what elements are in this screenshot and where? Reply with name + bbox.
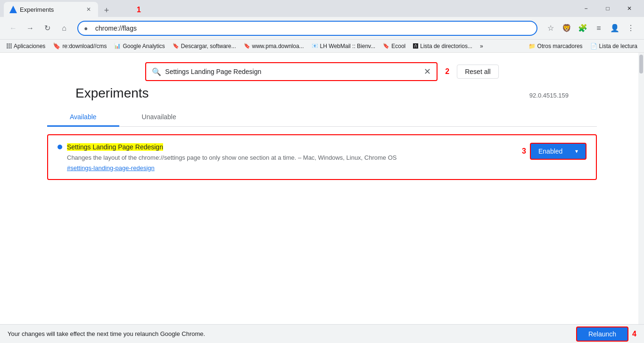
- bookmark-descargar[interactable]: 🔖 Descargar, software...: [170, 42, 239, 50]
- enabled-label: Enabled: [538, 147, 562, 155]
- annotation-2: 2: [445, 67, 449, 76]
- page-title-row: Experiments 92.0.4515.159: [0, 86, 644, 101]
- relaunch-button[interactable]: Relaunch: [576, 327, 628, 342]
- search-input[interactable]: [165, 68, 424, 75]
- bookmark-directorios[interactable]: 🅰 Lista de directorios...: [410, 42, 475, 50]
- enabled-dropdown-button[interactable]: Enabled ▾: [530, 143, 586, 160]
- bookmark-lectura[interactable]: 📄 Lista de lectura: [587, 42, 640, 50]
- new-tab-button[interactable]: +: [100, 4, 113, 17]
- tab-unavailable[interactable]: Unavailable: [119, 108, 199, 127]
- bookmark-pma[interactable]: 🔖 www.pma.downloa...: [241, 42, 307, 50]
- search-area: 🔍 ✕ 2 Reset all: [0, 53, 644, 86]
- analytics-label: Google Analytics: [123, 43, 165, 49]
- pma-label: www.pma.downloa...: [252, 43, 304, 49]
- bottom-message: Your changes will take effect the next t…: [8, 330, 205, 337]
- extension-icon[interactable]: 🧩: [575, 21, 590, 36]
- extension2-icon[interactable]: ≡: [591, 21, 606, 36]
- toolbar: ← → ↻ ⌂ ● chrome://flags ☆ 🦁 🧩 ≡ 👤 ⋮: [0, 17, 644, 40]
- reset-all-button[interactable]: Reset all: [457, 65, 498, 79]
- experiment-content: Settings Landing Page Redesign Changes t…: [67, 143, 512, 172]
- title-bar: Experiments ✕ + − □ ✕ 1: [0, 0, 644, 17]
- tab-title: Experiments: [20, 6, 54, 13]
- active-tab[interactable]: Experiments ✕: [4, 2, 98, 17]
- right-bookmarks: 📁 Otros marcadores 📄 Lista de lectura: [526, 42, 640, 50]
- maximize-button[interactable]: □: [597, 0, 619, 17]
- more-bookmarks-button[interactable]: »: [477, 42, 486, 50]
- version-text: 92.0.4515.159: [529, 92, 569, 99]
- bookmark-analytics[interactable]: 📊 Google Analytics: [111, 42, 167, 50]
- search-icon: 🔍: [152, 67, 161, 76]
- directorios-label: Lista de directorios...: [420, 43, 472, 49]
- experiment-link[interactable]: #settings-landing-page-redesign: [67, 164, 512, 172]
- page-content: 🔍 ✕ 2 Reset all Experiments 92.0.4515.15…: [0, 53, 644, 324]
- profile-button[interactable]: 👤: [607, 21, 622, 36]
- close-button[interactable]: ✕: [619, 0, 640, 17]
- bookmark-otros[interactable]: 📁 Otros marcadores: [526, 42, 586, 50]
- scrollbar[interactable]: [638, 53, 644, 324]
- address-text: chrome://flags: [95, 24, 531, 32]
- security-icon: ●: [84, 24, 91, 32]
- page-title: Experiments: [75, 86, 149, 101]
- reload-button[interactable]: ↻: [40, 21, 55, 36]
- experiment-description: Changes the layout of the chrome://setti…: [67, 153, 512, 163]
- annotation-4: 4: [632, 330, 636, 338]
- otros-label: Otros marcadores: [537, 43, 583, 49]
- home-button[interactable]: ⌂: [57, 21, 72, 36]
- brave-icon[interactable]: 🦁: [559, 21, 574, 36]
- directorios-icon: 🅰: [413, 43, 418, 49]
- forward-button[interactable]: →: [23, 21, 38, 36]
- back-button[interactable]: ←: [6, 21, 21, 36]
- bottom-bar: Your changes will take effect the next t…: [0, 324, 644, 343]
- tab-favicon-icon: [9, 6, 17, 13]
- descargar-icon: 🔖: [173, 43, 179, 49]
- apps-label: Aplicaciones: [14, 43, 45, 49]
- tab-available[interactable]: Available: [47, 108, 119, 127]
- bookmark-apps[interactable]: Aplicaciones: [4, 42, 48, 50]
- experiment-controls: 3 Enabled ▾: [522, 143, 586, 160]
- webmail-icon: 📧: [312, 43, 318, 49]
- bookmark-ecool[interactable]: 🔖 Ecool: [380, 42, 408, 50]
- address-bar[interactable]: ● chrome://flags: [77, 21, 537, 36]
- bookmark-redownload[interactable]: 🔖 re:download//cms: [50, 41, 109, 50]
- pma-icon: 🔖: [244, 43, 250, 49]
- annotation-1: 1: [137, 6, 141, 14]
- ecool-label: Ecool: [391, 43, 405, 49]
- scrollbar-thumb[interactable]: [639, 55, 643, 74]
- list-icon: 📄: [590, 43, 597, 49]
- tab-close-button[interactable]: ✕: [85, 6, 92, 13]
- star-button[interactable]: ☆: [543, 21, 558, 36]
- bookmark-webmail[interactable]: 📧 LH WebMail :: Bienv...: [309, 42, 379, 50]
- experiments-list: Settings Landing Page Redesign Changes t…: [0, 127, 644, 188]
- folder-icon: 📁: [528, 43, 536, 49]
- bookmark-icon: 🔖: [53, 42, 60, 49]
- experiment-card: Settings Landing Page Redesign Changes t…: [47, 134, 597, 180]
- annotation-3: 3: [522, 147, 526, 155]
- experiment-status-dot: [58, 145, 62, 149]
- tabs-row: Available Unavailable: [47, 108, 597, 127]
- analytics-icon: 📊: [114, 43, 121, 49]
- bookmarks-bar: Aplicaciones 🔖 re:download//cms 📊 Google…: [0, 40, 644, 53]
- redownload-label: re:download//cms: [62, 43, 107, 49]
- search-box[interactable]: 🔍 ✕: [145, 62, 438, 81]
- webmail-label: LH WebMail :: Bienv...: [320, 43, 376, 49]
- experiment-name: Settings Landing Page Redesign: [67, 143, 163, 151]
- lectura-label: Lista de lectura: [599, 43, 637, 49]
- dropdown-arrow-icon: ▾: [575, 148, 578, 155]
- window-controls: − □ ✕: [575, 0, 644, 17]
- ecool-icon: 🔖: [383, 43, 389, 49]
- toolbar-icons: ☆ 🦁 🧩 ≡ 👤 ⋮: [543, 21, 638, 36]
- menu-button[interactable]: ⋮: [623, 21, 638, 36]
- minimize-button[interactable]: −: [575, 0, 597, 17]
- apps-icon: [7, 43, 12, 49]
- search-clear-button[interactable]: ✕: [424, 66, 431, 77]
- tab-strip: Experiments ✕ +: [0, 0, 113, 17]
- descargar-label: Descargar, software...: [181, 43, 236, 49]
